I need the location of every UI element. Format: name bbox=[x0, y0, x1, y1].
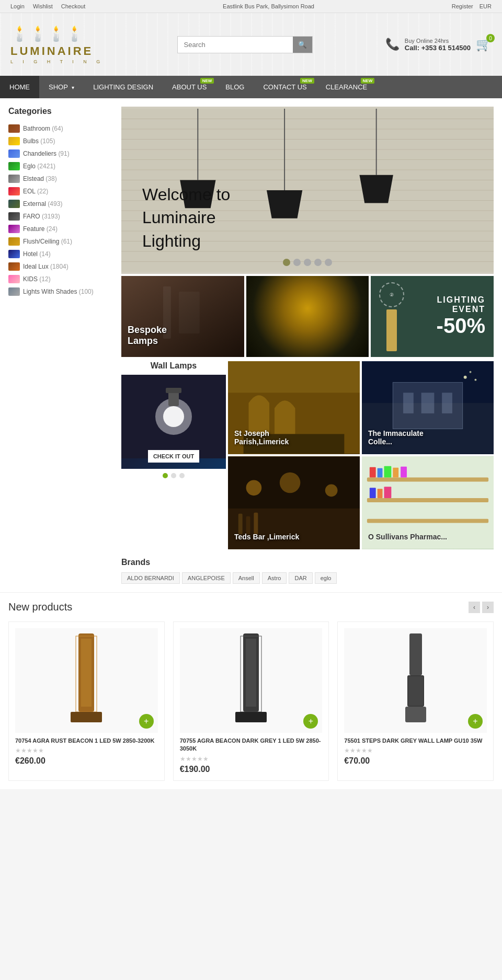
product-name-2: 70755 AGRA BEACON DARK GREY 1 LED 5W 285… bbox=[180, 737, 323, 753]
search-button[interactable]: 🔍 bbox=[293, 37, 312, 53]
add-to-cart-1[interactable]: + bbox=[139, 714, 154, 729]
slider-dot-3[interactable] bbox=[179, 473, 185, 478]
category-hotel[interactable]: Hotel (14) bbox=[8, 248, 113, 260]
products-prev-arrow[interactable]: ‹ bbox=[469, 602, 480, 613]
top-bar-left: Login Wishlist Checkout bbox=[10, 3, 85, 9]
nav-home[interactable]: HOME bbox=[0, 76, 39, 98]
hero-dot-3[interactable] bbox=[304, 259, 311, 266]
hero-banner: Welcome to Luminaire Lighting bbox=[121, 107, 494, 274]
wall-preview-image[interactable]: CHECK IT OUT bbox=[121, 375, 226, 469]
phone-area: 📞 Buy Online 24hrs Call: +353 61 514500 … bbox=[385, 37, 492, 52]
nav-blog[interactable]: BLOG bbox=[216, 76, 254, 98]
add-to-cart-2[interactable]: + bbox=[303, 714, 318, 729]
logo-subtitle: L I G H T I N G bbox=[10, 59, 104, 64]
wall-section-title: Wall Lamps bbox=[121, 361, 226, 371]
product-image-1: + bbox=[15, 628, 158, 733]
category-label-eglo: Eglo (2421) bbox=[23, 163, 55, 170]
nav-clearance[interactable]: NEW CLEARANCE bbox=[316, 76, 376, 98]
category-kids[interactable]: KIDS (12) bbox=[8, 273, 113, 285]
register-link[interactable]: Register bbox=[452, 3, 473, 9]
currency-selector[interactable]: EUR bbox=[480, 3, 492, 9]
svg-rect-65 bbox=[246, 639, 256, 707]
category-external[interactable]: External (493) bbox=[8, 198, 113, 210]
checkout-link[interactable]: Checkout bbox=[61, 3, 85, 9]
pharmacy-image[interactable]: O Sullivans Pharmac... bbox=[362, 456, 494, 549]
about-badge: NEW bbox=[200, 78, 214, 84]
category-label-ideal-lux: Ideal Lux (1804) bbox=[23, 263, 69, 270]
slider-dot-2[interactable] bbox=[171, 473, 176, 478]
cart-icon-wrap[interactable]: 🛒 0 bbox=[476, 37, 492, 52]
category-feature[interactable]: Feature (24) bbox=[8, 223, 113, 235]
category-thumb-ideal-lux bbox=[8, 262, 20, 271]
brands-title: Brands bbox=[121, 558, 494, 567]
product-card-2[interactable]: + 70755 AGRA BEACON DARK GREY 1 LED 5W 2… bbox=[173, 621, 329, 781]
hero-dot-4[interactable] bbox=[314, 259, 322, 266]
category-thumb-external bbox=[8, 200, 20, 208]
parish-label: St JosephParish,Limerick bbox=[234, 429, 289, 446]
store-address: Eastlink Bus Park, Ballysimon Road bbox=[223, 3, 314, 9]
svg-rect-69 bbox=[405, 707, 426, 722]
bespoke-label: BespokeLamps bbox=[128, 325, 167, 347]
category-label-faro: FARO (3193) bbox=[23, 213, 60, 220]
top-bar: Login Wishlist Checkout Eastlink Bus Par… bbox=[0, 0, 502, 13]
category-chandeliers[interactable]: Chandeliers (91) bbox=[8, 147, 113, 160]
products-next-arrow[interactable]: › bbox=[482, 602, 494, 613]
search-input[interactable] bbox=[178, 37, 293, 53]
hero-dot-2[interactable] bbox=[293, 259, 301, 266]
nav-lighting-design[interactable]: LIGHTING DESIGN bbox=[84, 76, 163, 98]
login-link[interactable]: Login bbox=[10, 3, 25, 9]
product-name-3: 75501 STEPS DARK GREY WALL LAMP GU10 35W bbox=[344, 737, 487, 745]
brand-dar[interactable]: DAR bbox=[289, 572, 312, 584]
svg-rect-35 bbox=[442, 393, 452, 413]
feature-images-grid: St JosephParish,Limerick bbox=[228, 361, 494, 549]
category-ideal-lux[interactable]: Ideal Lux (1804) bbox=[8, 260, 113, 273]
wishlist-link[interactable]: Wishlist bbox=[33, 3, 53, 9]
bespoke-panel[interactable]: BespokeLamps bbox=[121, 276, 244, 357]
slider-dot-1[interactable] bbox=[163, 473, 168, 478]
immaculate-image[interactable]: The ImmaculateColle... bbox=[362, 361, 494, 454]
category-label-feature: Feature (24) bbox=[23, 225, 58, 233]
teds-bar-image[interactable]: Teds Bar ,Limerick bbox=[228, 456, 360, 549]
nav-shop[interactable]: SHOP ▾ bbox=[39, 76, 84, 98]
hero-dot-5[interactable] bbox=[325, 259, 332, 266]
category-thumb-feature bbox=[8, 225, 20, 233]
brand-aldo-bernardi[interactable]: ALDO BERNARDI bbox=[121, 572, 180, 584]
brands-section: Brands ALDO BERNARDI ANGLEPOISE Ansell A… bbox=[121, 558, 494, 584]
brand-eglo[interactable]: eglo bbox=[315, 572, 337, 584]
chandelier-panel[interactable] bbox=[246, 276, 369, 357]
nav-about[interactable]: NEW ABOUT US bbox=[163, 76, 216, 98]
product-card-3[interactable]: + 75501 STEPS DARK GREY WALL LAMP GU10 3… bbox=[337, 621, 494, 781]
category-bulbs[interactable]: Bulbs (105) bbox=[8, 135, 113, 147]
hero-welcome-text: Welcome to Luminaire Lighting bbox=[142, 183, 230, 253]
product-image-2: + bbox=[180, 628, 323, 733]
category-bathroom[interactable]: Bathroom (64) bbox=[8, 122, 113, 135]
category-thumb-elstead bbox=[8, 175, 20, 183]
phone-icon: 📞 bbox=[385, 38, 400, 51]
brand-tags: ALDO BERNARDI ANGLEPOISE Ansell Astro DA… bbox=[121, 572, 494, 584]
svg-rect-45 bbox=[246, 516, 250, 535]
hero-dot-1[interactable] bbox=[283, 259, 290, 266]
product-price-1: €260.00 bbox=[15, 756, 158, 766]
phone-label: Buy Online 24hrs bbox=[405, 38, 471, 44]
category-lights-with-shades[interactable]: Lights With Shades (100) bbox=[8, 285, 113, 298]
shop-dropdown-arrow: ▾ bbox=[72, 85, 74, 90]
category-faro[interactable]: FARO (3193) bbox=[8, 210, 113, 223]
category-eglo[interactable]: Eglo (2421) bbox=[8, 160, 113, 172]
category-elstead[interactable]: Elstead (38) bbox=[8, 172, 113, 185]
category-eol[interactable]: EOL (22) bbox=[8, 185, 113, 198]
logo[interactable]: 🕯️🕯️🕯️🕯️ LUMINAIRE L I G H T I N G bbox=[10, 25, 104, 64]
lighting-event-panel[interactable]: ② LIGHTINGEVENT -50% bbox=[371, 276, 494, 357]
nav-contact[interactable]: NEW CONTACT US bbox=[254, 76, 316, 98]
brand-ansell[interactable]: Ansell bbox=[233, 572, 260, 584]
svg-rect-51 bbox=[370, 467, 376, 478]
add-to-cart-3[interactable]: + bbox=[468, 714, 483, 729]
category-flush[interactable]: Flush/Ceiling (61) bbox=[8, 235, 113, 248]
parish-image[interactable]: St JosephParish,Limerick bbox=[228, 361, 360, 454]
svg-rect-57 bbox=[378, 489, 383, 498]
brand-anglepoise[interactable]: ANGLEPOISE bbox=[182, 572, 231, 584]
brand-astro[interactable]: Astro bbox=[262, 572, 287, 584]
product-card-1[interactable]: + 70754 AGRA RUST BEACON 1 LED 5W 2850-3… bbox=[8, 621, 165, 781]
category-thumb-lights-with-shades bbox=[8, 287, 20, 296]
check-it-out-button[interactable]: CHECK IT OUT bbox=[148, 450, 199, 463]
main-layout: Categories Bathroom (64) Bulbs (105) Cha… bbox=[0, 98, 502, 592]
